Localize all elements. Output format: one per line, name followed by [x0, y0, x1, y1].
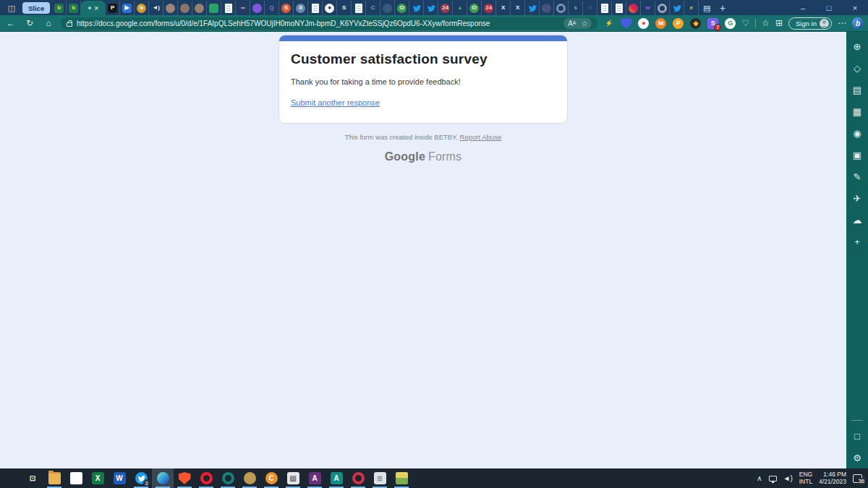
tab-search-faded[interactable]: ○	[583, 1, 597, 15]
microsoft-store[interactable]	[65, 468, 87, 488]
tab-bet365-2[interactable]: b	[67, 1, 81, 15]
news-app[interactable]: ▤	[282, 468, 304, 488]
tab-24h-2[interactable]: 24	[482, 1, 496, 15]
network-icon[interactable]	[769, 476, 777, 481]
tab-green-o-1[interactable]: O	[395, 1, 409, 15]
url-text[interactable]: https://docs.google.com/forms/u/0/d/e/1F…	[77, 20, 559, 27]
tab-doc-4[interactable]	[597, 1, 612, 15]
tab-twitter-1[interactable]	[409, 1, 424, 15]
tab-w-purple[interactable]: w	[641, 1, 655, 15]
tab-speaker[interactable]: ◄)	[149, 1, 163, 15]
excel[interactable]: X	[87, 468, 109, 488]
tab-flame-s[interactable]: S	[279, 1, 294, 15]
sidebar-games-icon[interactable]: ◉	[850, 127, 864, 140]
ext-p-coin[interactable]: P	[673, 18, 684, 29]
copilot-icon[interactable]: b	[852, 17, 864, 29]
tab-close-icon[interactable]: ×	[94, 4, 98, 12]
tab-green-triangle[interactable]: ▲	[453, 1, 467, 15]
tab-muted-3[interactable]	[192, 1, 207, 15]
tab-active-google-forms[interactable]: ×	[81, 1, 106, 15]
clock[interactable]: 1:46 PM 4/21/2023	[819, 471, 846, 486]
new-tab-button[interactable]: +	[715, 1, 731, 15]
home-button[interactable]: ⌂	[42, 18, 55, 28]
ext-binance[interactable]: ◆	[690, 18, 701, 29]
browser-essentials-icon[interactable]: ♡	[741, 18, 749, 28]
ext-metamask[interactable]: M	[655, 18, 666, 29]
tab-p-app[interactable]: P	[106, 1, 120, 15]
tab-twitter-3[interactable]	[525, 1, 540, 15]
tab-actions-icon[interactable]: ◫	[3, 1, 20, 15]
sidebar-compose-icon[interactable]: ✎	[850, 171, 864, 183]
tab-green-o-2[interactable]: O	[467, 1, 482, 15]
tab-c-faded[interactable]: C	[366, 1, 380, 15]
tab-doc-3[interactable]	[352, 1, 366, 15]
tab-slate-o[interactable]: 0	[294, 1, 308, 15]
tab-twitter-2[interactable]	[424, 1, 438, 15]
ext-purple-wallet[interactable]: S7	[707, 18, 718, 29]
file-explorer[interactable]	[43, 468, 65, 488]
tab-s-faded[interactable]: s	[569, 1, 583, 15]
tab-x-2[interactable]: X	[511, 1, 525, 15]
ext-lightning[interactable]: ⚡	[603, 18, 614, 29]
tab-q-app[interactable]: Q	[265, 1, 279, 15]
notes-app[interactable]: ≣	[369, 468, 391, 488]
ext-google-g[interactable]: G	[725, 18, 736, 29]
brave-browser[interactable]	[174, 468, 195, 488]
back-button[interactable]: ←	[4, 18, 17, 28]
ava-app[interactable]: A	[304, 468, 326, 488]
tab-24h-1[interactable]: 24	[438, 1, 453, 15]
tab-group-slice[interactable]: Slice	[22, 2, 50, 14]
tab-video[interactable]: ▶	[120, 1, 135, 15]
tab-flow[interactable]: ••	[236, 1, 250, 15]
edge-browser[interactable]	[152, 468, 174, 488]
tab-8ball[interactable]: ●	[323, 1, 337, 15]
tab-list-icon[interactable]: ▤	[699, 1, 715, 15]
bee-app[interactable]	[239, 468, 260, 488]
sign-in-button[interactable]: Sign in	[788, 17, 832, 30]
sidebar-weather-icon[interactable]: ☁	[850, 214, 864, 226]
tab-ring-gray[interactable]	[655, 1, 670, 15]
tab-swirl-faded[interactable]	[380, 1, 395, 15]
tab-doc-5[interactable]	[612, 1, 626, 15]
twitter[interactable]: 3	[130, 468, 152, 488]
more-menu-icon[interactable]: ⋯	[838, 18, 846, 28]
hidden-icons-chevron[interactable]: ∧	[757, 474, 762, 482]
sidebar-send-icon[interactable]: ✈	[850, 192, 864, 205]
task-view-button[interactable]: ⊡	[22, 468, 43, 488]
sidebar-banking-icon[interactable]: ▦	[850, 106, 864, 118]
tab-e-yellow[interactable]: e	[684, 1, 699, 15]
tab-spreadsheet[interactable]	[207, 1, 221, 15]
notification-center-icon[interactable]: 36	[853, 474, 862, 483]
opera-teal-browser[interactable]	[217, 468, 239, 488]
sidebar-settings-icon[interactable]: ⚙	[850, 452, 864, 464]
sidebar-shopping-icon[interactable]: ◇	[850, 62, 864, 74]
tab-muted-2[interactable]	[178, 1, 192, 15]
tab-b-coin[interactable]: b	[135, 1, 149, 15]
tab-muted-1[interactable]	[163, 1, 178, 15]
tab-s-app[interactable]: S	[337, 1, 352, 15]
close-button[interactable]: ×	[842, 0, 868, 15]
word[interactable]: W	[109, 468, 130, 488]
tab-doc-1[interactable]	[221, 1, 236, 15]
refresh-button[interactable]: ↻	[23, 18, 36, 28]
coin-app[interactable]: C	[260, 468, 282, 488]
submit-another-response-link[interactable]: Submit another response	[291, 98, 380, 107]
tab-purple-swirl[interactable]	[250, 1, 265, 15]
restore-button[interactable]: □	[816, 0, 842, 15]
favorites-icon[interactable]: ☆	[762, 18, 770, 28]
tab-doc-2[interactable]	[308, 1, 323, 15]
ext-red-circle[interactable]: ●	[638, 18, 649, 29]
collections-icon[interactable]: ⊞	[775, 18, 783, 28]
teal-a-app[interactable]: A	[326, 468, 347, 488]
sidebar-add-icon[interactable]: +	[850, 236, 864, 248]
report-abuse-link[interactable]: Report Abuse	[460, 133, 502, 141]
language-indicator[interactable]: ENG INTL	[799, 471, 812, 486]
minimize-button[interactable]: –	[790, 0, 816, 15]
opera-red-app[interactable]	[347, 468, 369, 488]
volume-icon[interactable]: ◄)	[783, 474, 793, 482]
add-favorite-icon[interactable]: ☆	[581, 20, 587, 27]
sidebar-tools-icon[interactable]: ▤	[850, 84, 864, 96]
ext-shield[interactable]	[621, 18, 631, 29]
address-bar[interactable]: https://docs.google.com/forms/u/0/d/e/1F…	[61, 17, 597, 30]
sidebar-panel-icon[interactable]: □	[850, 430, 864, 442]
